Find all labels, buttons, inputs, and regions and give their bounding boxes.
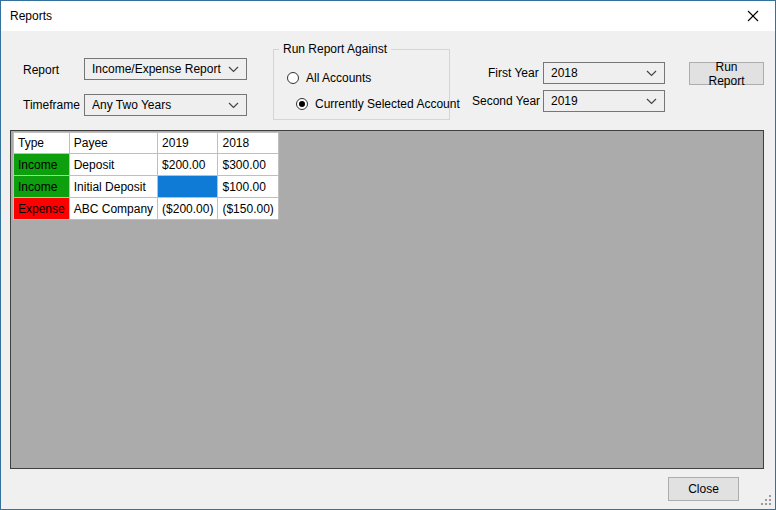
report-dropdown-value: Income/Expense Report	[92, 62, 222, 76]
timeframe-label: Timeframe	[23, 98, 80, 112]
grid-header-type[interactable]: Type	[14, 133, 70, 154]
grid-cell-2019[interactable]: $200.00	[158, 154, 218, 176]
first-year-label: First Year	[488, 66, 539, 80]
resize-grip-icon[interactable]	[761, 495, 772, 506]
chevron-down-icon	[228, 102, 239, 109]
grid-cell-type[interactable]: Income	[14, 176, 70, 198]
close-icon	[747, 10, 759, 22]
report-dropdown[interactable]: Income/Expense Report	[84, 58, 247, 80]
chevron-down-icon	[228, 66, 239, 73]
first-year-dropdown-value: 2018	[551, 66, 640, 80]
report-workspace-panel: Type Payee 2019 2018 Income Deposit $200…	[10, 130, 764, 469]
radio-all-accounts[interactable]: All Accounts	[287, 71, 371, 85]
first-year-dropdown[interactable]: 2018	[543, 62, 665, 84]
grid-cell-2018[interactable]: ($150.00)	[218, 198, 278, 220]
grid-row: Expense ABC Company ($200.00) ($150.00)	[14, 198, 279, 220]
chevron-down-icon	[646, 70, 657, 77]
close-window-button[interactable]	[730, 1, 775, 31]
title-bar[interactable]: Reports	[1, 1, 775, 31]
chevron-down-icon	[646, 98, 657, 105]
grid-cell-type[interactable]: Income	[14, 154, 70, 176]
second-year-label: Second Year	[472, 94, 540, 108]
radio-checked-icon	[296, 98, 308, 110]
grid-cell-2019-selected[interactable]	[158, 176, 218, 198]
grid-header-2019[interactable]: 2019	[158, 133, 218, 154]
grid-cell-2018[interactable]: $300.00	[218, 154, 278, 176]
reports-dialog: Reports Report Income/Expense Report Tim…	[0, 0, 776, 510]
grid-row: Income Initial Deposit $100.00	[14, 176, 279, 198]
run-report-button[interactable]: Run Report	[689, 62, 764, 85]
radio-unchecked-icon	[287, 72, 299, 84]
radio-all-accounts-label: All Accounts	[306, 71, 371, 85]
grid-row: Income Deposit $200.00 $300.00	[14, 154, 279, 176]
grid-cell-2019[interactable]: ($200.00)	[158, 198, 218, 220]
radio-currently-selected-account-label: Currently Selected Account	[315, 97, 460, 111]
second-year-dropdown-value: 2019	[551, 94, 640, 108]
report-grid: Type Payee 2019 2018 Income Deposit $200…	[13, 132, 279, 220]
close-button[interactable]: Close	[668, 477, 739, 501]
grid-header-payee[interactable]: Payee	[69, 133, 157, 154]
grid-cell-payee[interactable]: Initial Deposit	[69, 176, 157, 198]
window-title: Reports	[10, 9, 52, 23]
grid-cell-payee[interactable]: Deposit	[69, 154, 157, 176]
radio-currently-selected-account[interactable]: Currently Selected Account	[296, 97, 460, 111]
grid-header-row: Type Payee 2019 2018	[14, 133, 279, 154]
report-label: Report	[23, 63, 59, 77]
grid-cell-type[interactable]: Expense	[14, 198, 70, 220]
grid-cell-payee[interactable]: ABC Company	[69, 198, 157, 220]
timeframe-dropdown-value: Any Two Years	[92, 98, 222, 112]
grid-header-2018[interactable]: 2018	[218, 133, 278, 154]
run-report-against-title: Run Report Against	[279, 42, 391, 56]
timeframe-dropdown[interactable]: Any Two Years	[84, 94, 247, 116]
second-year-dropdown[interactable]: 2019	[543, 90, 665, 112]
grid-cell-2018[interactable]: $100.00	[218, 176, 278, 198]
